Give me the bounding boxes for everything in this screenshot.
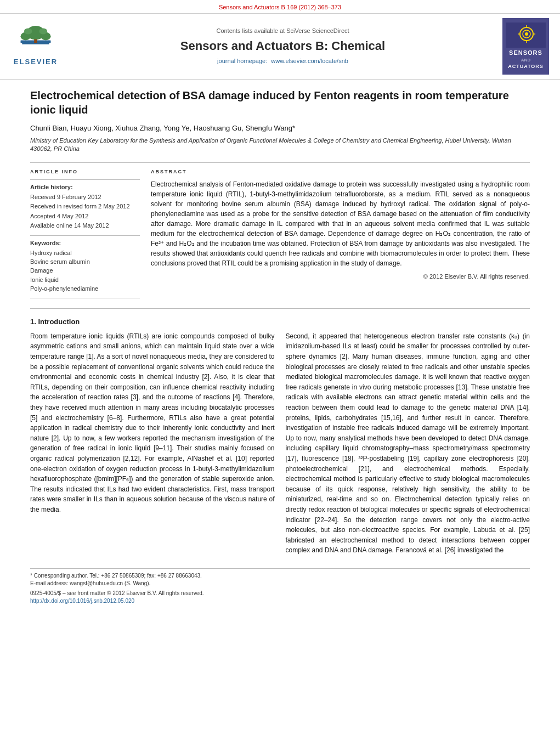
email-footnote: E-mail address: wangsf@hubu.edu.cn (S. W… <box>30 580 530 587</box>
article-info-label: ARTICLE INFO <box>30 168 140 176</box>
sensors-actuators-logo: SENSORS AND ACTUATORS <box>502 18 549 74</box>
journal-homepage: journal homepage: www.elsevier.com/locat… <box>71 57 494 65</box>
revised-date: Received in revised form 2 May 2012 <box>30 202 140 211</box>
intro-heading: 1. Introduction <box>30 317 530 327</box>
elsevier-tree-icon <box>16 25 55 55</box>
authors-list: Chunli Bian, Huayu Xiong, Xiuhua Zhang, … <box>30 124 295 132</box>
sensors-logo-text-bot: ACTUATORS <box>506 64 546 70</box>
article-info-panel: ARTICLE INFO Article history: Received 9… <box>30 168 140 302</box>
intro-left-para: Room temperature ionic liquids (RTILs) a… <box>30 331 275 515</box>
journal-reference: Sensors and Actuators B 169 (2012) 368–3… <box>219 4 341 10</box>
homepage-label: journal homepage: <box>217 58 267 64</box>
abstract-label: ABSTRACT <box>151 168 530 176</box>
info-divider-keywords <box>30 235 140 236</box>
intro-right-col: Second, it appeared that heterogeneous e… <box>286 331 530 560</box>
footnote-section: * Corresponding author. Tel.: +86 27 508… <box>30 568 530 605</box>
abstract-panel: ABSTRACT Electrochemical analysis of Fen… <box>151 168 530 302</box>
journal-center: Contents lists available at SciVerse Sci… <box>71 27 494 66</box>
intro-right-para: Second, it appeared that heterogeneous e… <box>286 331 530 556</box>
doi-link[interactable]: http://dx.doi.org/10.1016/j.snb.2012.05.… <box>30 597 530 605</box>
keywords-label: Keywords: <box>30 239 140 247</box>
elsevier-text: ELSEVIER <box>14 57 58 67</box>
article-info-abstract: ARTICLE INFO Article history: Received 9… <box>30 168 530 302</box>
accepted-date: Accepted 4 May 2012 <box>30 212 140 220</box>
sensors-logo-text-top: SENSORS <box>506 49 546 56</box>
keyword-4: Ionic liquid <box>30 276 140 284</box>
journal-reference-bar: Sensors and Actuators B 169 (2012) 368–3… <box>0 0 560 14</box>
sciverse-line: Contents lists available at SciVerse Sci… <box>71 27 494 35</box>
keyword-1: Hydroxy radical <box>30 249 140 257</box>
abstract-text: Electrochemical analysis of Fenton-media… <box>151 179 530 268</box>
available-date: Available online 14 May 2012 <box>30 222 140 230</box>
page-wrapper: Sensors and Actuators B 169 (2012) 368–3… <box>0 0 560 616</box>
issn-line: 0925-4005/$ – see front matter © 2012 El… <box>30 590 530 597</box>
svg-rect-4 <box>34 39 37 43</box>
corresponding-author: * Corresponding author. Tel.: +86 27 508… <box>30 572 530 580</box>
svg-point-6 <box>39 29 47 35</box>
keyword-5: Poly-o-phenylenediamine <box>30 285 140 293</box>
info-divider-bottom <box>30 298 140 298</box>
intro-left-col: Room temperature ionic liquids (RTILs) a… <box>30 331 275 560</box>
keywords-list: Hydroxy radical Bovine serum albumin Dam… <box>30 249 140 293</box>
homepage-url: www.elsevier.com/locate/snb <box>271 58 348 64</box>
keyword-3: Damage <box>30 267 140 275</box>
history-label: Article history: <box>30 183 140 191</box>
sensors-logo-icon <box>507 25 546 44</box>
elsevier-logo: ELSEVIER <box>11 25 60 67</box>
authors: Chunli Bian, Huayu Xiong, Xiuhua Zhang, … <box>30 123 530 133</box>
info-divider-top <box>30 179 140 180</box>
article-content: Electrochemical detection of BSA damage … <box>0 80 560 616</box>
journal-header: ELSEVIER Contents lists available at Sci… <box>0 14 560 80</box>
body-divider <box>30 308 530 309</box>
introduction-section: 1. Introduction Room temperature ionic l… <box>30 317 530 560</box>
svg-point-5 <box>24 29 32 35</box>
keyword-2: Bovine serum albumin <box>30 258 140 266</box>
received-date: Received 9 February 2012 <box>30 193 140 201</box>
header-divider <box>30 162 530 163</box>
affiliation: Ministry of Education Key Laboratory for… <box>30 137 530 154</box>
copyright: © 2012 Elsevier B.V. All rights reserved… <box>151 273 530 281</box>
intro-columns: Room temperature ionic liquids (RTILs) a… <box>30 331 530 560</box>
journal-title: Sensors and Actuators B: Chemical <box>71 38 494 55</box>
svg-point-11 <box>525 32 528 36</box>
svg-rect-7 <box>22 43 49 45</box>
article-title: Electrochemical detection of BSA damage … <box>30 88 530 117</box>
